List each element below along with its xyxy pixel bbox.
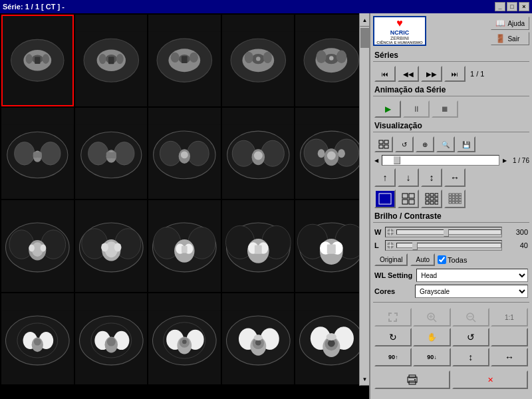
ct-scrollbar[interactable]: ▲ ▼ <box>359 13 369 386</box>
svg-point-68 <box>338 149 345 158</box>
viz-crosshair-button[interactable]: ⊕ <box>416 136 434 152</box>
ct-cell-4-1[interactable] <box>1 293 74 385</box>
series-first-button[interactable]: ⏮ <box>374 66 396 82</box>
pause-button[interactable]: ⏸ <box>403 100 430 118</box>
nav-down-button[interactable]: ↓ <box>398 168 419 187</box>
viz-save-button[interactable]: 💾 <box>457 136 475 152</box>
ct-cell-2-1[interactable] <box>1 108 74 200</box>
nav-flip-h-button[interactable]: ↔ <box>444 168 466 187</box>
rot90cw-button[interactable]: 90 ↑ <box>374 348 412 366</box>
svg-point-32 <box>317 51 327 64</box>
flip-h-button[interactable]: ↔ <box>491 348 528 366</box>
ct-cell-4-4[interactable] <box>222 293 295 385</box>
svg-rect-162 <box>426 201 429 204</box>
svg-rect-171 <box>456 196 458 198</box>
ct-cell-2-2[interactable] <box>75 108 148 200</box>
layout-4x4-button[interactable] <box>444 190 466 208</box>
auto-button[interactable]: Auto <box>410 253 435 266</box>
title-bar: Série: 1 / 1 [ CT ] - _ □ × <box>0 0 532 13</box>
play-button[interactable]: ▶ <box>374 100 401 118</box>
svg-rect-174 <box>452 199 455 201</box>
svg-point-25 <box>244 52 253 63</box>
slider-right-arrow[interactable]: ▶ <box>501 158 508 164</box>
ct-cell-1-2[interactable] <box>75 15 148 106</box>
l-slider-thumb[interactable] <box>412 242 418 250</box>
ct-cell-2-5[interactable] <box>295 108 368 200</box>
w-slider-thumb[interactable] <box>444 229 449 237</box>
viz-grid-button[interactable] <box>374 136 393 152</box>
slice-slider-track[interactable] <box>382 155 499 166</box>
svg-point-197 <box>414 379 416 380</box>
rotate-cw-button[interactable]: ↻ <box>374 328 412 346</box>
ct-cell-1-1[interactable] <box>1 15 74 106</box>
l-value: 40 <box>505 241 528 249</box>
layout-2x2-button[interactable] <box>398 190 419 208</box>
ct-cell-1-3[interactable] <box>148 15 221 106</box>
maximize-button[interactable]: □ <box>507 2 517 11</box>
ct-cell-3-1[interactable] <box>1 200 74 292</box>
ct-cell-3-4[interactable] <box>222 200 295 292</box>
tools-divider <box>373 302 529 303</box>
layout-3x3-button[interactable] <box>421 190 442 208</box>
slice-slider-thumb[interactable] <box>394 156 400 164</box>
layout-1x1-button[interactable] <box>374 190 396 208</box>
expand-button[interactable] <box>374 308 412 327</box>
svg-rect-155 <box>409 200 414 204</box>
viz-rotate-button[interactable]: ↺ <box>395 136 414 152</box>
sair-button[interactable]: 🚪 Sair <box>491 32 529 45</box>
slider-left-arrow[interactable]: ◀ <box>373 158 380 164</box>
svg-rect-153 <box>409 194 414 198</box>
todas-checkbox-label[interactable]: Todas <box>438 255 467 264</box>
l-slider[interactable] <box>385 240 502 251</box>
viz-zoom-button[interactable]: 🔍 <box>436 136 455 152</box>
svg-point-58 <box>261 140 284 166</box>
nav-up-button[interactable]: ↑ <box>374 168 396 187</box>
flip-v-button[interactable]: ↕ <box>452 348 489 366</box>
w-slider[interactable] <box>385 227 502 237</box>
ct-cell-2-3[interactable] <box>148 108 221 200</box>
rot90ccw-button[interactable]: 90 ↓ <box>413 348 450 366</box>
todas-checkbox[interactable] <box>438 255 446 264</box>
series-next-button[interactable]: ▶▶ <box>421 66 442 82</box>
series-last-button[interactable]: ⏭ <box>444 66 466 82</box>
layout-row <box>370 188 532 209</box>
ct-cell-4-5[interactable] <box>295 293 368 385</box>
ajuda-button[interactable]: 📖 Ajuda <box>491 17 529 30</box>
series-prev-button[interactable]: ◀◀ <box>398 66 419 82</box>
bottom-actions: ✕ <box>370 369 532 392</box>
svg-point-57 <box>232 140 255 166</box>
ct-cell-1-5[interactable] <box>295 15 368 106</box>
cores-select[interactable]: Grayscale Color Pseudo-color <box>415 285 528 298</box>
close-button[interactable]: × <box>519 2 529 11</box>
logo-box: ♥ NCRIC ZERBINI CIÊNCIA E HUMANISMO <box>373 16 426 46</box>
series-label: Séries <box>370 49 532 61</box>
hand-button[interactable]: ✋ <box>413 328 450 346</box>
brightness-label: Brilho / Contraste <box>370 209 532 222</box>
ct-cell-4-3[interactable] <box>148 293 221 385</box>
svg-point-67 <box>318 149 325 158</box>
l-slider-row: L 40 <box>370 239 532 252</box>
stop-button[interactable]: ⏹ <box>432 100 458 118</box>
svg-point-52 <box>188 141 209 166</box>
ct-cell-3-3[interactable] <box>148 200 221 292</box>
svg-line-192 <box>473 319 475 322</box>
print-button[interactable] <box>374 370 450 389</box>
ct-cell-3-2[interactable] <box>75 200 148 292</box>
wl-setting-select[interactable]: Head Abdomen Lung Bone Brain <box>416 269 528 282</box>
nav-flip-v-button[interactable]: ↕ <box>421 168 442 187</box>
ct-cell-4-2[interactable] <box>75 293 148 385</box>
rotate-ccw-button[interactable]: ↺ <box>452 328 489 346</box>
ct-cell-3-5[interactable] <box>295 200 368 292</box>
todas-label: Todas <box>448 256 467 264</box>
minimize-button[interactable]: _ <box>495 2 505 11</box>
onetoone-button[interactable]: 1:1 <box>491 308 528 327</box>
svg-rect-169 <box>449 196 452 198</box>
ct-cell-1-4[interactable] <box>222 15 295 106</box>
ct-cell-2-4[interactable] <box>222 108 295 200</box>
svg-rect-179 <box>456 201 458 203</box>
close-red-button[interactable]: ✕ <box>452 370 528 389</box>
svg-rect-151 <box>379 194 391 204</box>
original-button[interactable]: Original <box>374 253 408 266</box>
zoom-in-button[interactable] <box>413 308 450 327</box>
zoom-out-button[interactable] <box>452 308 489 327</box>
